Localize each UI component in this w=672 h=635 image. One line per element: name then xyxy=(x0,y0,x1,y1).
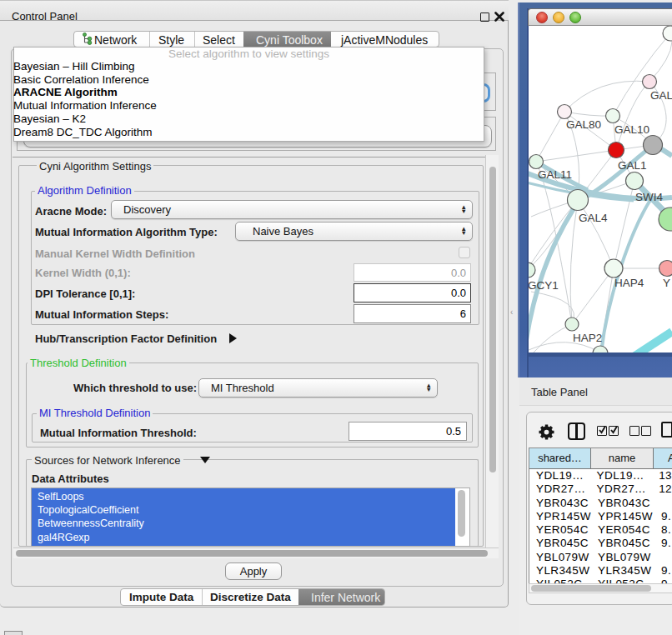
svg-text:SWI4: SWI4 xyxy=(635,191,663,203)
svg-text:Y: Y xyxy=(663,277,670,289)
svg-text:GAL10: GAL10 xyxy=(614,123,649,136)
svg-text:GAL80: GAL80 xyxy=(566,118,601,131)
svg-text:GAL7: GAL7 xyxy=(650,89,672,102)
svg-text:GCY1: GCY1 xyxy=(529,279,559,292)
svg-text:HAP2: HAP2 xyxy=(573,332,602,344)
svg-text:GAL1: GAL1 xyxy=(618,159,647,172)
svg-text:HAP4: HAP4 xyxy=(614,277,644,289)
svg-text:GAL11: GAL11 xyxy=(538,168,572,181)
svg-text:GAL4: GAL4 xyxy=(579,212,608,224)
